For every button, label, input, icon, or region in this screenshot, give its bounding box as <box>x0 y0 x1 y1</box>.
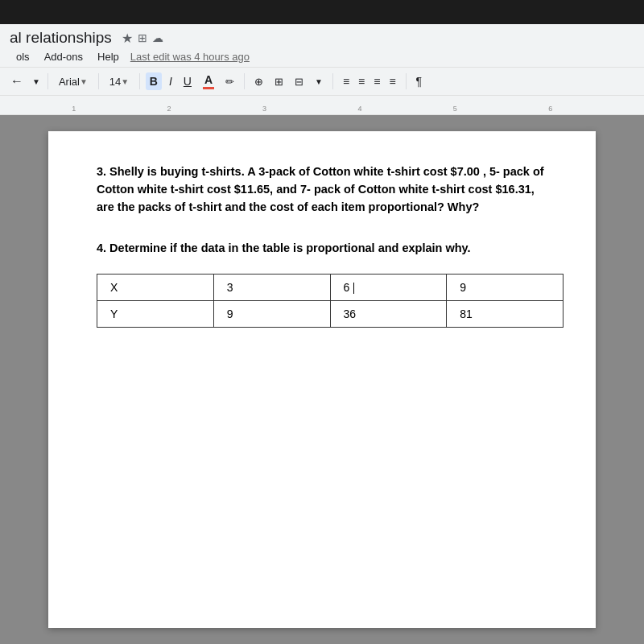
ruler-mark-2: 2 <box>167 105 171 113</box>
font-chevron-icon: ▼ <box>80 77 88 86</box>
menu-item-tools[interactable]: ols <box>10 48 36 65</box>
menu-item-addons[interactable]: Add-ons <box>38 48 89 65</box>
align-right-button[interactable]: ≡ <box>369 72 384 90</box>
font-size-label: 14 <box>109 76 121 88</box>
align-justify-button[interactable]: ≡ <box>385 72 399 90</box>
cursor-line <box>353 283 354 294</box>
top-bar <box>0 0 644 24</box>
font-size-selector[interactable]: 14 ▼ <box>105 73 134 90</box>
title-bar: al relationships ★ ⊞ ☁ <box>0 24 644 47</box>
title-icons: ★ ⊞ ☁ <box>122 31 163 46</box>
menu-bar: ols Add-ons Help Last edit was 4 hours a… <box>0 47 644 67</box>
text-color-button[interactable]: A <box>199 71 218 92</box>
table-cell-9: 9 <box>447 275 564 301</box>
table-cell-y2: 36 <box>330 301 447 328</box>
italic-button[interactable]: I <box>165 72 176 90</box>
line-spacing-button[interactable]: ¶ <box>412 72 427 90</box>
ruler-inner: 1 2 3 4 5 6 <box>0 96 644 114</box>
star-icon[interactable]: ★ <box>122 31 133 46</box>
table-row-1: X 3 6 9 <box>97 275 564 301</box>
separator-5 <box>332 73 333 89</box>
table-cell-y1: 9 <box>213 301 330 328</box>
data-table: X 3 6 9 Y 9 36 81 <box>97 274 564 328</box>
align-buttons: ≡ ≡ ≡ ≡ <box>339 72 400 90</box>
table-cell-6-value: 6 <box>344 281 350 294</box>
link-button[interactable]: ⊕ <box>250 73 267 90</box>
align-center-button[interactable]: ≡ <box>354 72 369 90</box>
screen: al relationships ★ ⊞ ☁ ols Add-ons Help … <box>0 0 644 644</box>
last-edit-text[interactable]: Last edit was 4 hours ago <box>130 51 250 63</box>
font-name-label: Arial <box>59 76 80 88</box>
align-left-button[interactable]: ≡ <box>339 72 353 90</box>
size-chevron-icon: ▼ <box>121 77 129 86</box>
insert-chevron[interactable]: ▼ <box>311 75 327 89</box>
image-insert-button[interactable]: ⊞ <box>270 73 287 90</box>
separator-6 <box>406 73 407 89</box>
text-color-bar <box>203 87 214 89</box>
question-4: 4.Determine if the data in the table is … <box>97 240 547 258</box>
folder-icon[interactable]: ⊞ <box>138 31 147 44</box>
ruler-mark-3: 3 <box>262 105 266 113</box>
separator-3 <box>139 73 140 89</box>
table-cell-3: 3 <box>213 275 330 301</box>
ruler-mark-6: 6 <box>548 105 552 113</box>
separator-1 <box>47 73 48 89</box>
menu-item-help[interactable]: Help <box>91 48 126 65</box>
toolbar: ← ▼ Arial ▼ 14 ▼ B I U A ✏ ⊕ ⊞ <box>0 67 644 96</box>
undo-button[interactable]: ← <box>6 72 27 91</box>
separator-4 <box>244 73 245 89</box>
table-cell-x: X <box>97 275 214 301</box>
table-cell-y: Y <box>97 301 214 328</box>
question-4-text: Determine if the data in the table is pr… <box>109 242 471 254</box>
font-selector[interactable]: Arial ▼ <box>54 73 93 90</box>
insert-button[interactable]: ⊟ <box>291 73 308 90</box>
text-color-label: A <box>204 73 213 86</box>
question-3-text: Shelly is buying t-shirts. A 3-pack of C… <box>97 165 544 213</box>
cloud-icon[interactable]: ☁ <box>152 31 163 44</box>
question-3-number: 3. <box>97 165 106 178</box>
bold-button[interactable]: B <box>146 72 162 90</box>
ruler-mark-1: 1 <box>72 105 76 113</box>
paint-format-button[interactable]: ✏ <box>221 73 238 90</box>
doc-page[interactable]: 3.Shelly is buying t-shirts. A 3-pack of… <box>48 131 596 628</box>
doc-chrome: al relationships ★ ⊞ ☁ ols Add-ons Help … <box>0 24 644 115</box>
doc-title: al relationships <box>10 29 112 47</box>
underline-button[interactable]: U <box>180 72 196 90</box>
separator-2 <box>98 73 99 89</box>
ruler: 1 2 3 4 5 6 <box>0 96 644 115</box>
redo-button[interactable]: ▼ <box>31 75 42 89</box>
question-3: 3.Shelly is buying t-shirts. A 3-pack of… <box>97 163 547 216</box>
doc-area[interactable]: 3.Shelly is buying t-shirts. A 3-pack of… <box>0 115 644 644</box>
ruler-mark-4: 4 <box>357 105 361 113</box>
ruler-mark-5: 5 <box>453 105 457 113</box>
table-cell-6: 6 <box>330 275 447 301</box>
question-4-number: 4. <box>97 242 106 254</box>
table-row-2: Y 9 36 81 <box>97 301 564 328</box>
table-cell-y3: 81 <box>447 301 564 328</box>
ruler-marks: 1 2 3 4 5 6 <box>24 96 620 114</box>
